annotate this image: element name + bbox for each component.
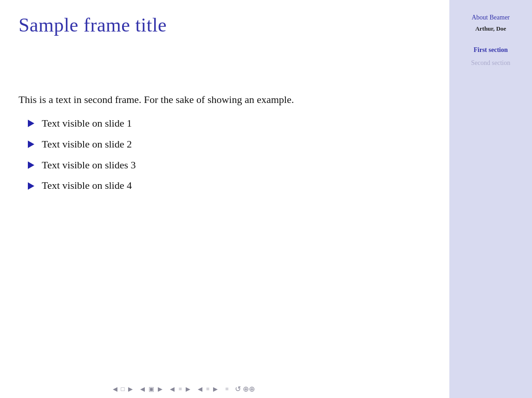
nav-next2-icon[interactable]: ▶ [158,385,162,393]
bullet-arrow-icon [28,161,34,169]
nav-prev-icon[interactable]: ◀ [113,385,117,393]
presentation-title: About Beamer [472,14,510,21]
nav-align-icon[interactable]: ≡ [225,385,228,393]
sidebar-item-second-section[interactable]: Second section [455,59,526,67]
content-area: This is a text in second frame. For the … [19,92,431,375]
nav-lines-icon[interactable]: ≡ [178,385,182,393]
bullet-text: Text visible on slide 4 [42,179,132,193]
body-text: This is a text in second frame. For the … [19,92,413,107]
bullet-arrow-icon [28,182,34,190]
nav-lines2-icon[interactable]: ≡ [206,385,209,393]
nav-next4-icon[interactable]: ▶ [213,385,218,393]
list-item: Text visible on slide 2 [28,137,431,152]
bullet-text: Text visible on slide 1 [42,116,132,131]
nav-next-icon[interactable]: ▶ [128,385,133,393]
bullet-arrow-icon [28,141,34,148]
nav-prev4-icon[interactable]: ◀ [198,385,202,393]
bullet-arrow-icon [28,120,34,127]
sidebar: About Beamer Arthur, Doe First section S… [449,0,532,398]
nav-square-icon[interactable]: □ [121,385,125,393]
bullet-list: Text visible on slide 1 Text visible on … [19,116,431,193]
list-item: Text visible on slide 4 [28,179,431,193]
frame-title: Sample frame title [19,14,431,36]
nav-prev3-icon[interactable]: ◀ [170,385,175,393]
nav-undo-icon[interactable]: ↺ [235,385,241,393]
bullet-text: Text visible on slide 2 [42,137,132,152]
navigation-bar[interactable]: ◀ □ ▶ ◀ ▣ ▶ ◀ ≡ ▶ ◀ ≡ ▶ ≡ ↺ ⊕⊕ [0,385,367,393]
sidebar-item-first-section[interactable]: First section [455,46,526,54]
slide-main: Sample frame title This is a text in sec… [0,0,449,398]
nav-filled-icon[interactable]: ▣ [149,385,154,393]
nav-next3-icon[interactable]: ▶ [186,385,190,393]
bullet-text: Text visible on slides 3 [42,158,136,173]
author-name: Arthur, Doe [475,25,506,32]
list-item: Text visible on slide 1 [28,116,431,131]
nav-search-icon[interactable]: ⊕⊕ [243,385,255,393]
nav-prev2-icon[interactable]: ◀ [140,385,145,393]
list-item: Text visible on slides 3 [28,158,431,173]
